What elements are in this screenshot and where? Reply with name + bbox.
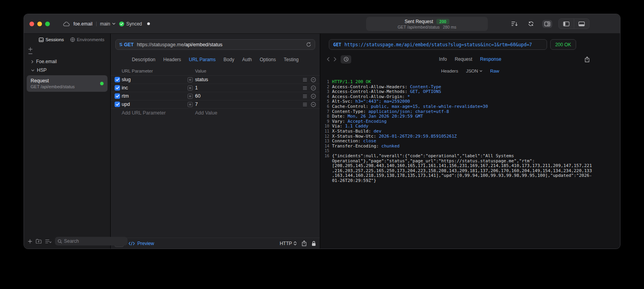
sidebar-search[interactable] [55,237,128,245]
sort-list-icon[interactable] [45,239,51,244]
row-remove-icon[interactable] [311,102,316,107]
protocol-selector[interactable]: HTTP [280,241,297,246]
row-reorder-icon[interactable] [303,102,307,107]
table-header: URL Parameter Value [111,66,320,76]
row-reorder-icon[interactable] [303,85,307,91]
param-name-field[interactable]: upd [122,102,188,107]
sync-status[interactable]: Synced [119,21,142,27]
tab-label: Auth [242,57,252,62]
response-tab-info[interactable]: Info [439,56,447,62]
editor-tab-auth[interactable]: Auth [242,57,252,62]
url-path: /api/embed/status [184,42,223,47]
response-tabs: InfoRequestResponse [439,56,502,62]
row-remove-icon[interactable] [311,94,316,99]
line-number: 13 [320,139,332,144]
layout-switch-icon[interactable] [542,20,552,28]
history-button[interactable] [341,55,351,64]
add-icon[interactable] [28,47,33,51]
preview-button[interactable]: Preview [128,241,154,246]
editor-tab-headers[interactable]: Headers [163,57,181,62]
param-name-field[interactable]: rtm [122,93,188,99]
response-panel: GET https://statuspage.me/api/embed/stat… [320,34,620,249]
param-checkbox[interactable] [115,85,120,91]
response-url-box[interactable]: GET https://statuspage.me/api/embed/stat… [329,39,547,50]
param-value-field[interactable]: 60 [195,93,201,99]
editor-tab-body[interactable]: Body [224,57,234,62]
add-param-value[interactable]: Add Value [195,110,217,116]
param-row-inc: inc1 [111,84,320,92]
param-value-field[interactable]: status [195,77,208,82]
row-reorder-icon[interactable] [303,77,307,82]
sessions-icon [39,38,44,42]
zoom-window-button[interactable] [45,22,50,26]
row-reorder-icon[interactable] [303,94,307,99]
editor-tab-testing[interactable]: Testing [284,57,299,62]
toggle-bottom-panel-button[interactable] [574,19,589,29]
editor-tab-url-params[interactable]: URL Params [189,57,215,62]
param-value-field[interactable]: 7 [195,102,198,107]
param-name-field[interactable]: inc [122,85,188,91]
close-window-button[interactable] [29,22,34,26]
request-item-title: Request [31,78,104,84]
app-window: foe.email main Synced Sent Request 200 G… [24,14,620,249]
share-icon[interactable] [302,240,306,246]
tab-label: Testing [284,57,299,62]
branch-selector[interactable]: main [100,21,115,27]
sidebar-group-hsp[interactable]: HSP [24,66,110,75]
sync-loop-icon[interactable] [526,20,536,28]
method-updown-icon [119,42,122,47]
row-remove-icon[interactable] [311,77,316,82]
lock-icon[interactable] [312,241,316,246]
request-url-field[interactable]: https://statuspage.me/api/embed/status [137,42,223,47]
row-remove-icon[interactable] [311,85,316,91]
minimize-window-button[interactable] [37,22,42,26]
response-subtab-headers[interactable]: Headers [441,69,458,73]
param-checkbox[interactable] [115,93,120,99]
tab-label: Response [480,56,501,62]
line-number: 5 [320,99,332,104]
remove-icon[interactable] [28,53,33,55]
sidebar-group-foe-email[interactable]: Foe.email [24,57,110,66]
protocol-label: HTTP [280,241,292,246]
line-number: 9 [320,119,332,124]
response-tab-response[interactable]: Response [480,56,501,62]
line-number: 2 [320,85,332,90]
add-request-icon[interactable] [28,239,32,244]
request-item[interactable]: Request GET /api/embed/status [27,75,108,92]
export-response-icon[interactable] [585,56,589,62]
param-checkbox[interactable] [115,102,120,107]
search-input[interactable] [64,238,125,244]
editor-tab-description[interactable]: Description [132,57,155,62]
editor-tabs: DescriptionHeadersURL ParamsBodyAuthOpti… [111,53,320,66]
response-subtab-json[interactable]: JSON [466,69,482,73]
clock-icon [344,57,348,62]
sidebar-tab-sessions[interactable]: Sessions [39,37,64,42]
param-name-field[interactable]: slug [122,77,188,82]
resend-icon[interactable] [306,42,311,47]
param-checkbox[interactable] [115,77,120,82]
request-summary[interactable]: Sent Request 200 GET /api/embed/status 2… [366,17,488,31]
response-subtab-raw[interactable]: Raw [490,69,499,73]
add-folder-icon[interactable] [36,239,42,244]
history-forward-icon[interactable] [334,57,337,62]
sidebar-tab-environments[interactable]: Environments [70,37,104,42]
url-bar[interactable]: GET https://statuspage.me/api/embed/stat… [115,39,315,50]
titlebar: foe.email main Synced Sent Request 200 G… [24,14,620,34]
response-body[interactable]: 1HTTP/1.1 200 OK2Access-Control-Allow-He… [320,76,620,249]
line-number: 14 [320,144,332,149]
request-editor: GET https://statuspage.me/api/embed/stat… [111,34,320,249]
project-name[interactable]: foe.email [73,21,93,27]
desktop-background: foe.email main Synced Sent Request 200 G… [0,0,644,289]
sort-lines-icon[interactable] [509,20,520,28]
param-value-field[interactable]: 1 [195,85,198,91]
column-header-value: Value [188,69,298,73]
chevron-down-icon [31,69,35,72]
add-param-name[interactable]: Add URL Parameter [122,110,188,116]
response-tab-request[interactable]: Request [455,56,473,62]
history-back-icon[interactable] [327,57,330,62]
method-selector[interactable]: GET [119,42,134,47]
sidebar-tab-label: Sessions [46,37,64,42]
editor-tab-options[interactable]: Options [260,57,276,62]
line-number: 8 [320,114,332,119]
toggle-sidebar-button[interactable] [559,19,574,29]
